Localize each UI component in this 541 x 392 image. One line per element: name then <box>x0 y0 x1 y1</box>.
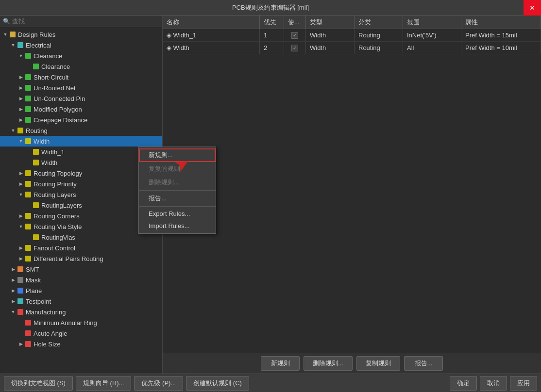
context-menu-separator <box>139 206 216 207</box>
copy-rule-button[interactable]: 复制规则 <box>356 356 400 371</box>
ok-button[interactable]: 确定 <box>450 376 477 391</box>
enabled-checkbox[interactable]: ✓ <box>291 32 298 39</box>
tree-node-icon <box>24 244 32 252</box>
tree-item-acute-angle[interactable]: Acute Angle <box>0 328 162 339</box>
tree-node-icon <box>32 159 40 166</box>
tree-item-testpoint[interactable]: ▶Testpoint <box>0 296 162 307</box>
expand-icon: ▼ <box>17 191 24 198</box>
create-default-button[interactable]: 创建默认规则 (C) <box>186 376 249 391</box>
tree-item-differential-pairs[interactable]: ▶Differential Pairs Routing <box>0 253 162 264</box>
cancel-button[interactable]: 取消 <box>480 376 507 391</box>
tree-item-design-rules[interactable]: ▼Design Rules <box>0 29 162 40</box>
tree-node-icon <box>32 63 40 70</box>
col-header-scope: 范围 <box>403 16 461 29</box>
tree-node-icon <box>24 116 32 124</box>
tree-item-clearance-item[interactable]: Clearance <box>0 61 162 72</box>
tree-item-routing-layers[interactable]: ▼Routing Layers <box>0 189 162 200</box>
table-cell-3: Width <box>306 42 355 54</box>
search-icon: 🔍 <box>3 18 10 25</box>
table-cell-0: ◈ Width_1 <box>163 29 260 41</box>
collapse-icon: ▶ <box>17 116 24 123</box>
table-row[interactable]: ◈ Width2✓WidthRoutingAllPref Width = 10m… <box>163 42 541 54</box>
tree-node-icon <box>17 265 24 273</box>
switch-view-button[interactable]: 切换到文档视图 (S) <box>4 376 73 391</box>
delete-rule-button[interactable]: 删除规则... <box>304 356 353 371</box>
new-rule-button[interactable]: 新规则 <box>261 356 300 371</box>
context-menu-item-0[interactable]: 新规则... <box>139 148 216 162</box>
collapse-icon: ▶ <box>10 266 17 273</box>
collapse-icon: ▶ <box>17 106 24 113</box>
tree-item-routing-topology[interactable]: ▶Routing Topology <box>0 168 162 179</box>
context-menu-item-4[interactable]: 报告... <box>139 192 216 205</box>
tree-item-min-annular[interactable]: Minimum Annular Ring <box>0 317 162 328</box>
table-cell-0: ◈ Width <box>163 42 260 54</box>
tree-node-label: Routing Corners <box>34 212 80 220</box>
table-cell-6: Pref Width = 10mil <box>461 42 541 54</box>
context-menu-item-7[interactable]: Import Rules... <box>139 220 216 232</box>
context-menu-item-6[interactable]: Export Rules... <box>139 208 216 220</box>
tree-item-fanout-control[interactable]: ▶Fanout Control <box>0 243 162 253</box>
tree-item-un-routed-net[interactable]: ▶Un-Routed Net <box>0 82 162 93</box>
collapse-icon: ▶ <box>17 255 24 262</box>
tree-item-routing-vias[interactable]: RoutingVias <box>0 232 162 243</box>
leaf-icon <box>25 63 32 70</box>
tree-node-icon <box>24 73 32 81</box>
tree-item-width[interactable]: ▼Width <box>0 136 162 147</box>
tree-item-mask[interactable]: ▶Mask <box>0 275 162 285</box>
tree-item-creepage-distance[interactable]: ▶Creepage Distance <box>0 114 162 125</box>
tree-container[interactable]: ▼Design Rules▼Electrical▼ClearanceCleara… <box>0 27 162 374</box>
tree-node-label: Manufacturing <box>26 309 66 316</box>
tree-item-un-connected-pin[interactable]: ▶Un-Connected Pin <box>0 93 162 104</box>
tree-node-label: Modified Polygon <box>34 106 82 113</box>
collapse-icon: ▶ <box>17 74 24 81</box>
tree-item-routing-corners[interactable]: ▶Routing Corners <box>0 211 162 221</box>
tree-item-routing[interactable]: ▼Routing <box>0 125 162 136</box>
leaf-icon <box>25 202 32 209</box>
table-cell-5: InNet('5V') <box>403 29 461 41</box>
tree-node-icon <box>24 340 32 348</box>
col-header-category: 分类 <box>355 16 403 29</box>
report-button[interactable]: 报告... <box>404 356 443 371</box>
collapse-icon: ▶ <box>10 277 17 283</box>
tree-node-icon <box>24 319 32 327</box>
collapse-icon: ▶ <box>17 245 24 251</box>
main-content: 🔍 ▼Design Rules▼Electrical▼ClearanceClea… <box>0 16 541 374</box>
collapse-icon: ▶ <box>17 180 24 187</box>
tree-item-plane[interactable]: ▶Plane <box>0 285 162 296</box>
table-row[interactable]: ◈ Width_11✓WidthRoutingInNet('5V')Pref W… <box>163 29 541 42</box>
tree-node-icon <box>24 137 32 145</box>
tree-item-clearance-group[interactable]: ▼Clearance <box>0 50 162 61</box>
tree-item-hole-size[interactable]: ▶Hole Size <box>0 339 162 349</box>
tree-item-routing-priority[interactable]: ▶Routing Priority <box>0 179 162 189</box>
tree-node-label: Mask <box>26 277 41 284</box>
tree-node-icon <box>24 212 32 220</box>
rule-wizard-button[interactable]: 规则向导 (R)... <box>76 376 132 391</box>
expand-icon: ▼ <box>17 52 24 59</box>
table-bottom-buttons: 新规则 删除规则... 复制规则 报告... <box>163 353 541 374</box>
tree-item-short-circuit[interactable]: ▶Short-Circuit <box>0 72 162 82</box>
bottom-bar: 切换到文档视图 (S) 规则向导 (R)... 优先级 (P)... 创建默认规… <box>0 374 541 392</box>
tree-item-routing-layers-item[interactable]: RoutingLayers <box>0 200 162 211</box>
close-button[interactable]: ✕ <box>524 0 541 16</box>
tree-item-width-item[interactable]: Width <box>0 157 162 168</box>
table-cell-1: 1 <box>260 29 284 41</box>
tree-item-routing-via-style[interactable]: ▼Routing Via Style <box>0 221 162 232</box>
tree-item-smt[interactable]: ▶SMT <box>0 264 162 275</box>
col-header-priority: 优先 <box>260 16 284 29</box>
col-header-attrs: 属性 <box>461 16 541 29</box>
table-cell-6: Pref Width = 15mil <box>461 29 541 41</box>
tree-item-modified-polygon[interactable]: ▶Modified Polygon <box>0 104 162 114</box>
table-cell-3: Width <box>306 29 355 41</box>
tree-item-manufacturing[interactable]: ▼Manufacturing <box>0 307 162 317</box>
context-menu-separator <box>139 190 216 191</box>
collapse-icon: ▶ <box>17 95 24 102</box>
table-cell-4: Routing <box>355 29 403 41</box>
search-input[interactable] <box>12 17 159 25</box>
tree-item-width-1[interactable]: Width_1 <box>0 147 162 157</box>
tree-item-electrical[interactable]: ▼Electrical <box>0 40 162 50</box>
tree-node-label: Routing Priority <box>34 180 77 188</box>
apply-button[interactable]: 应用 <box>510 376 537 391</box>
enabled-checkbox[interactable]: ✓ <box>291 45 298 51</box>
tree-node-icon <box>24 84 32 92</box>
priority-button[interactable]: 优先级 (P)... <box>134 376 183 391</box>
